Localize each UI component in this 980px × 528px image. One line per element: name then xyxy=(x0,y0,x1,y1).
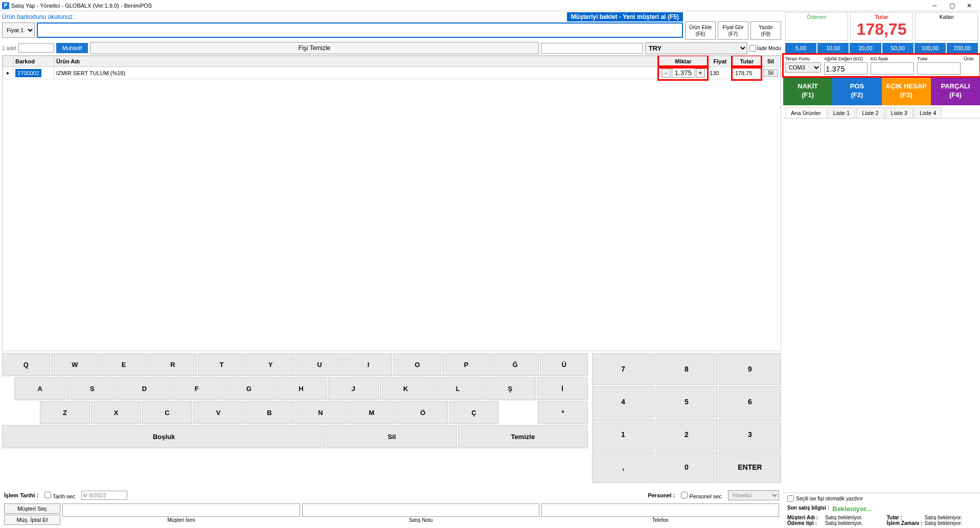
qty-input[interactable] xyxy=(672,68,695,78)
col-miktar[interactable]: Miktar xyxy=(659,56,707,67)
scale-amount-input[interactable] xyxy=(917,62,961,75)
kb-key-e[interactable]: E xyxy=(100,353,148,376)
price-select[interactable]: Fiyat 1 xyxy=(2,22,35,38)
kb-key-l[interactable]: L xyxy=(432,377,484,400)
kb-key-ç[interactable]: Ç xyxy=(449,401,499,424)
quick-amount-10,00[interactable]: 10,00 xyxy=(817,43,849,53)
col-urun[interactable]: Ürün Adı xyxy=(54,56,659,67)
close-button[interactable]: ✕ xyxy=(961,1,978,11)
kb-key-a[interactable]: A xyxy=(14,377,65,400)
partial-button[interactable]: PARÇALI (F4) xyxy=(931,77,980,105)
col-tutar[interactable]: Tutar xyxy=(733,56,761,67)
numpad-1[interactable]: 1 xyxy=(592,419,654,450)
pos-button[interactable]: POS (F2) xyxy=(832,77,881,105)
col-fiyat[interactable]: Fiyat xyxy=(707,56,733,67)
table-row[interactable]: ▸ 2700002 IZMIR SERT TULUM (%18) -+ 130 … xyxy=(3,67,781,79)
kb-key-f[interactable]: F xyxy=(171,377,222,400)
product-tab-3[interactable]: Liste 3 xyxy=(885,107,913,118)
minimize-button[interactable]: ─ xyxy=(926,1,943,11)
kb-key-w[interactable]: W xyxy=(51,353,99,376)
kg-price-input[interactable] xyxy=(871,62,914,75)
delete-row-button[interactable]: Sil xyxy=(763,69,778,77)
kb-clear[interactable]: Temizle xyxy=(458,425,588,448)
kb-key-h[interactable]: H xyxy=(276,377,327,400)
kb-key-i[interactable]: I xyxy=(345,353,393,376)
kb-key-b[interactable]: B xyxy=(244,401,294,424)
open-account-button[interactable]: AÇIK HESAP (F3) xyxy=(882,77,931,105)
numpad-6[interactable]: 6 xyxy=(719,386,781,418)
product-tab-0[interactable]: Ana Ürünler xyxy=(785,107,827,118)
kb-key-s[interactable]: S xyxy=(66,377,118,400)
quick-amount-200,00[interactable]: 200,00 xyxy=(947,43,978,53)
kb-key-y[interactable]: Y xyxy=(246,353,294,376)
return-mode-checkbox[interactable]: İade Modu xyxy=(749,45,781,52)
numpad-,[interactable]: , xyxy=(592,451,654,483)
kb-key-ö[interactable]: Ö xyxy=(398,401,448,424)
kb-key-z[interactable]: Z xyxy=(40,401,90,424)
kb-key-j[interactable]: J xyxy=(328,377,379,400)
kb-key-q[interactable]: Q xyxy=(2,353,50,376)
phone-input[interactable] xyxy=(541,503,779,517)
maximize-button[interactable]: ▢ xyxy=(943,1,961,11)
sale-note-input[interactable] xyxy=(302,503,540,517)
kb-key-r[interactable]: R xyxy=(149,353,197,376)
numpad-2[interactable]: 2 xyxy=(655,419,718,450)
barcode-input[interactable] xyxy=(37,22,683,38)
kb-key-i̇[interactable]: İ xyxy=(537,377,588,400)
kb-key-ğ[interactable]: Ğ xyxy=(491,353,539,376)
customer-select-button[interactable]: Müşteri Seç xyxy=(4,503,60,514)
kb-key-ü[interactable]: Ü xyxy=(540,353,588,376)
kb-delete[interactable]: Sil xyxy=(327,425,457,448)
kb-key-k[interactable]: K xyxy=(380,377,431,400)
kb-key-u[interactable]: U xyxy=(295,353,344,376)
kb-key-v[interactable]: V xyxy=(193,401,243,424)
kb-key-o[interactable]: O xyxy=(393,353,441,376)
kb-key-n[interactable]: N xyxy=(295,401,346,424)
kb-key-star[interactable]: * xyxy=(538,401,588,424)
auto-print-checkbox[interactable]: Seçili ise fişi otomatik yazdırır xyxy=(787,495,976,502)
customer-name-input[interactable] xyxy=(62,503,300,517)
numpad-5[interactable]: 5 xyxy=(655,386,718,418)
col-barkod[interactable]: Barkod xyxy=(13,56,54,67)
see-price-button[interactable]: Fiyat Gör (F7) xyxy=(718,21,748,40)
product-search-input[interactable] xyxy=(541,43,643,54)
product-tab-4[interactable]: Liste 4 xyxy=(914,107,942,118)
hold-customer-button[interactable]: Müşteriyi beklet - Yeni müşteri al (F5) xyxy=(567,12,683,21)
kb-key-ş[interactable]: Ş xyxy=(485,377,536,400)
kb-key-d[interactable]: D xyxy=(119,377,170,400)
kb-key-g[interactable]: G xyxy=(223,377,275,400)
kb-key-c[interactable]: C xyxy=(142,401,192,424)
cash-button[interactable]: NAKİT (F1) xyxy=(783,77,832,105)
numpad-9[interactable]: 9 xyxy=(719,353,781,385)
numpad-0[interactable]: 0 xyxy=(655,451,718,483)
product-tab-2[interactable]: Liste 2 xyxy=(856,107,884,118)
col-sil[interactable]: Sil xyxy=(761,56,780,67)
kb-key-m[interactable]: M xyxy=(347,401,397,424)
kb-space[interactable]: Boşluk xyxy=(2,425,326,448)
kb-key-p[interactable]: P xyxy=(442,353,490,376)
personnel-select-checkbox[interactable]: Personel sec xyxy=(681,492,722,499)
qty-minus[interactable]: - xyxy=(662,68,671,78)
clear-receipt-button[interactable]: Fişi Temizle xyxy=(90,42,538,54)
print-button[interactable]: Yazdır (F9) xyxy=(750,21,781,40)
numpad-3[interactable]: 3 xyxy=(719,419,781,450)
quantity-input[interactable] xyxy=(18,43,54,53)
date-select-checkbox[interactable]: Tarih sec xyxy=(44,492,75,499)
add-product-button[interactable]: Ürün Ekle (F6) xyxy=(685,21,716,40)
date-input[interactable] xyxy=(81,491,127,500)
product-tab-1[interactable]: Liste 1 xyxy=(828,107,855,118)
quick-amount-5,00[interactable]: 5,00 xyxy=(785,43,816,53)
quick-amount-50,00[interactable]: 50,00 xyxy=(882,43,914,53)
quick-amount-20,00[interactable]: 20,00 xyxy=(850,43,881,53)
kb-key-x[interactable]: X xyxy=(91,401,141,424)
weight-input[interactable] xyxy=(824,62,868,75)
numpad-7[interactable]: 7 xyxy=(592,353,654,385)
qty-plus[interactable]: + xyxy=(696,68,705,78)
currency-select[interactable]: TRY xyxy=(645,42,747,54)
kb-key-t[interactable]: T xyxy=(198,353,246,376)
quick-amount-100,00[interactable]: 100,00 xyxy=(915,43,946,53)
numpad-ENTER[interactable]: ENTER xyxy=(719,451,781,483)
numpad-8[interactable]: 8 xyxy=(655,353,718,385)
customer-cancel-button[interactable]: Müş. İptal Et xyxy=(4,515,60,525)
misc-button[interactable]: Muhtelif xyxy=(56,43,88,53)
